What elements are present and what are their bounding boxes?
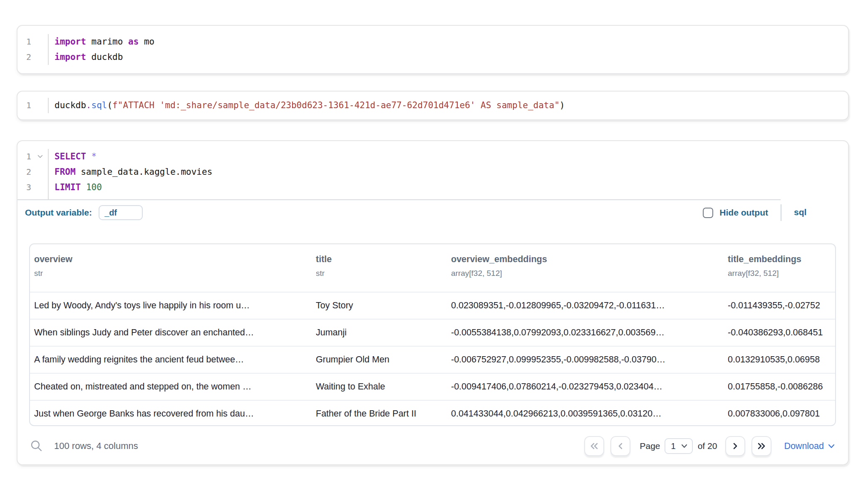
code-area[interactable]: SELECT * FROM sample_data.kaggle.movies …: [48, 149, 848, 199]
code-token: [81, 182, 86, 192]
table-row[interactable]: When siblings Judy and Peter discover an…: [30, 319, 835, 346]
code-token: import: [55, 52, 86, 62]
code-token: ): [560, 100, 565, 110]
line-number: 3: [17, 180, 48, 195]
output-variable-label: Output variable:: [25, 208, 92, 218]
table-row[interactable]: Just when George Banks has recovered fro…: [30, 400, 835, 426]
line-number: 1: [17, 34, 48, 50]
code-token: LIMIT: [55, 182, 81, 192]
previous-page-icon: [617, 442, 624, 450]
cell-overview-embeddings: -0.009417406,0.07860214,-0.023279453,0.0…: [451, 382, 728, 392]
cell-overview: Led by Woody, Andy's toys live happily i…: [30, 300, 316, 311]
code-line: import marimo as mo: [55, 34, 848, 50]
language-badge[interactable]: sql: [794, 207, 806, 217]
hide-output-checkbox[interactable]: [703, 208, 713, 218]
download-button[interactable]: Download: [784, 441, 835, 451]
column-header-title[interactable]: title str: [316, 254, 451, 292]
row-count-summary: 100 rows, 4 columns: [54, 441, 138, 451]
language-badge-area: sql: [781, 199, 848, 225]
cell-title-embeddings: 0.01755858,-0.0086286: [728, 382, 835, 392]
first-page-button[interactable]: [584, 436, 604, 456]
cell-title: Toy Story: [316, 300, 451, 311]
code-cell-imports[interactable]: 1 2 import marimo as mo import duckdb: [17, 25, 849, 74]
download-label: Download: [784, 441, 824, 451]
pagination: Page 1 of 20 Download: [584, 436, 835, 456]
code-token: .: [86, 100, 92, 110]
fold-chevron-down-icon[interactable]: [37, 155, 43, 159]
last-page-icon: [757, 442, 766, 450]
code-editor[interactable]: 1 2 3 SELECT * FROM sample_data.kaggle.m…: [17, 141, 848, 199]
code-editor[interactable]: 1 2 import marimo as mo import duckdb: [17, 26, 848, 65]
cell-title: Father of the Bride Part II: [316, 409, 451, 419]
previous-page-button[interactable]: [610, 436, 630, 456]
result-table: overview str title str overview_embeddin…: [29, 243, 836, 426]
cell-title: Waiting to Exhale: [316, 382, 451, 392]
line-number: 2: [17, 164, 48, 180]
output-variable-input[interactable]: [99, 205, 143, 220]
cell-overview: A family wedding reignites the ancient f…: [30, 355, 316, 365]
output-bar-main: Output variable: Hide output: [17, 199, 781, 225]
page-number-select[interactable]: 1: [665, 438, 693, 454]
hide-output-label[interactable]: Hide output: [719, 208, 768, 218]
cell-title-embeddings: -0.040386293,0.068451: [728, 327, 835, 338]
code-line: duckdb.sql(f"ATTACH 'md:_share/sample_da…: [55, 98, 848, 113]
cell-title-embeddings: 0.007833006,0.097801: [728, 409, 835, 419]
cell-overview: When siblings Judy and Peter discover an…: [30, 327, 316, 338]
cell-title: Jumanji: [316, 327, 451, 338]
code-token: marimo: [86, 37, 128, 47]
search-button[interactable]: [30, 439, 43, 453]
cell-overview: Cheated on, mistreated and stepped on, t…: [30, 382, 316, 392]
code-editor[interactable]: 1 duckdb.sql(f"ATTACH 'md:_share/sample_…: [17, 92, 848, 113]
table-row[interactable]: A family wedding reignites the ancient f…: [30, 346, 835, 373]
code-token: sample_data.kaggle.movies: [76, 167, 213, 177]
cell-title-embeddings: 0.0132910535,0.06958: [728, 355, 835, 365]
sql-cell[interactable]: 1 2 3 SELECT * FROM sample_data.kaggle.m…: [17, 140, 849, 465]
page-label: Page: [640, 441, 660, 451]
cell-title: Grumpier Old Men: [316, 355, 451, 365]
next-page-icon: [732, 442, 739, 450]
code-line: LIMIT 100: [55, 180, 848, 195]
line-number: 1: [17, 149, 48, 164]
column-header-overview[interactable]: overview str: [30, 254, 316, 292]
code-line: SELECT *: [55, 149, 848, 164]
code-token: f"ATTACH 'md:_share/sample_data/23b0d623…: [112, 100, 560, 110]
table-header-row: overview str title str overview_embeddin…: [30, 244, 835, 292]
code-token: import: [55, 37, 86, 47]
code-token: duckdb: [55, 100, 86, 110]
table-row[interactable]: Led by Woody, Andy's toys live happily i…: [30, 292, 835, 319]
code-token: FROM: [55, 167, 76, 177]
line-number-gutter: 1: [17, 98, 48, 113]
column-header-overview-embeddings[interactable]: overview_embeddings array[f32, 512]: [451, 254, 728, 292]
table-row[interactable]: Cheated on, mistreated and stepped on, t…: [30, 373, 835, 400]
cell-overview-embeddings: 0.041433044,0.042966213,0.0039591365,0.0…: [451, 409, 728, 419]
code-line: import duckdb: [55, 50, 848, 65]
line-number: 1: [17, 98, 48, 113]
cell-overview: Just when George Banks has recovered fro…: [30, 409, 316, 419]
code-token: 100: [86, 182, 102, 192]
code-area[interactable]: duckdb.sql(f"ATTACH 'md:_share/sample_da…: [48, 98, 848, 113]
code-area[interactable]: import marimo as mo import duckdb: [48, 34, 848, 65]
cell-overview-embeddings: -0.006752927,0.099952355,-0.009982588,-0…: [451, 355, 728, 365]
cell-overview-embeddings: 0.023089351,-0.012809965,-0.03209472,-0.…: [451, 300, 728, 311]
cell-title-embeddings: -0.011439355,-0.02752: [728, 300, 835, 311]
line-number-gutter: 1 2 3: [17, 149, 48, 199]
code-token: as: [128, 37, 139, 47]
last-page-button[interactable]: [751, 436, 771, 456]
code-token: sql: [92, 100, 107, 110]
next-page-button[interactable]: [725, 436, 745, 456]
code-cell-attach[interactable]: 1 duckdb.sql(f"ATTACH 'md:_share/sample_…: [17, 91, 849, 120]
chevron-down-icon: [681, 444, 687, 448]
code-token: (: [107, 100, 112, 110]
code-token: mo: [139, 37, 154, 47]
cell-overview-embeddings: -0.0055384138,0.07992093,0.023316627,0.0…: [451, 327, 728, 338]
code-line: FROM sample_data.kaggle.movies: [55, 164, 848, 180]
first-page-icon: [590, 442, 599, 450]
code-token: [86, 151, 92, 161]
output-bar: Output variable: Hide output sql: [17, 199, 848, 225]
column-header-title-embeddings[interactable]: title_embeddings array[f32, 512]: [728, 254, 835, 292]
code-token: SELECT: [55, 151, 86, 161]
table-footer: 100 rows, 4 columns Page 1 of 20: [17, 426, 848, 466]
line-number: 2: [17, 50, 48, 65]
search-icon: [30, 439, 43, 453]
total-pages-label: of 20: [698, 441, 717, 451]
